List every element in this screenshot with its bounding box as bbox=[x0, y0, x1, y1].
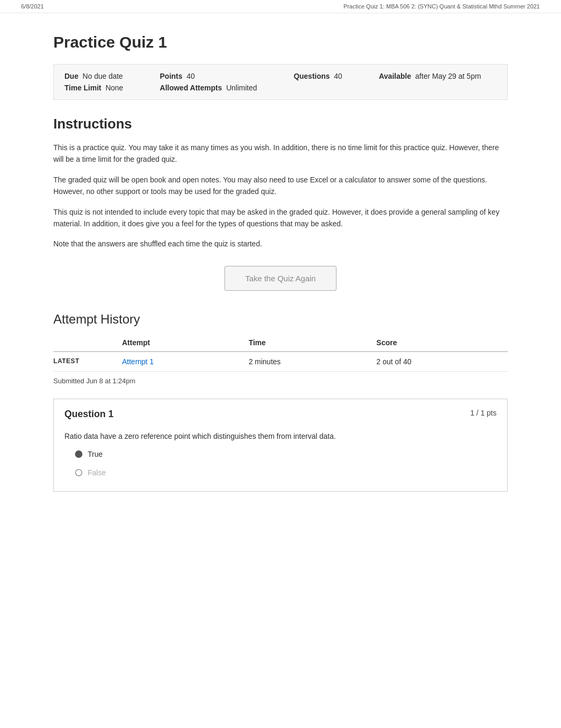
submitted-info: Submitted Jun 8 at 1:24pm bbox=[53, 372, 508, 393]
top-bar-course: Practice Quiz 1: MBA 506 2: (SYNC) Quant… bbox=[343, 3, 540, 10]
attempt-table-head: Attempt Time Score bbox=[53, 334, 508, 352]
radio-false-icon bbox=[75, 469, 82, 476]
col-time: Time bbox=[244, 334, 371, 352]
top-bar-date: 6/8/2021 bbox=[21, 3, 44, 10]
quiz-title: Practice Quiz 1 bbox=[53, 33, 508, 57]
instructions-p2: The graded quiz will be open book and op… bbox=[53, 174, 508, 198]
meta-questions-label: Questions bbox=[294, 72, 330, 80]
question-1-title: Question 1 bbox=[64, 409, 114, 420]
meta-due-value: No due date bbox=[82, 72, 123, 80]
meta-timelimit-value: None bbox=[106, 84, 123, 92]
meta-points-value: 40 bbox=[186, 72, 195, 80]
take-quiz-button[interactable]: Take the Quiz Again bbox=[225, 266, 336, 291]
meta-questions-value: 40 bbox=[334, 72, 342, 80]
col-score: Score bbox=[371, 334, 508, 352]
meta-points: Points 40 bbox=[160, 72, 273, 80]
meta-available-value: after May 29 at 5pm bbox=[415, 72, 481, 80]
attempt-history-title: Attempt History bbox=[53, 312, 508, 327]
table-row: LATEST Attempt 1 2 minutes 2 out of 40 bbox=[53, 352, 508, 372]
instructions-p1: This is a practice quiz. You may take it… bbox=[53, 142, 508, 165]
top-bar: 6/8/2021 Practice Quiz 1: MBA 506 2: (SY… bbox=[0, 0, 561, 13]
col-empty bbox=[53, 334, 117, 352]
meta-due-label: Due bbox=[64, 72, 78, 80]
attempt-table-header-row: Attempt Time Score bbox=[53, 334, 508, 352]
instructions-body: This is a practice quiz. You may take it… bbox=[53, 142, 508, 250]
attempt-row-attempt: Attempt 1 bbox=[117, 352, 244, 372]
answer-true-label: True bbox=[88, 448, 102, 460]
attempt-table: Attempt Time Score LATEST Attempt 1 2 mi… bbox=[53, 334, 508, 372]
col-attempt: Attempt bbox=[117, 334, 244, 352]
meta-due: Due No due date bbox=[64, 72, 139, 80]
question-1-block: Question 1 1 / 1 pts Ratio data have a z… bbox=[53, 399, 508, 492]
attempt-row-time: 2 minutes bbox=[244, 352, 371, 372]
attempt-1-link[interactable]: Attempt 1 bbox=[122, 357, 154, 366]
meta-attempts-value: Unlimited bbox=[226, 84, 257, 92]
question-1-pts: 1 / 1 pts bbox=[470, 409, 497, 417]
radio-true-icon bbox=[75, 450, 82, 458]
instructions-title: Instructions bbox=[53, 116, 508, 132]
attempt-row-score: 2 out of 40 bbox=[371, 352, 508, 372]
meta-attempts: Allowed Attempts Unlimited bbox=[160, 84, 273, 92]
question-1-body: Ratio data have a zero reference point w… bbox=[54, 425, 507, 491]
main-content: Practice Quiz 1 Due No due date Points 4… bbox=[32, 13, 529, 523]
answer-true[interactable]: True bbox=[75, 448, 497, 460]
instructions-p4: Note that the answers are shuffled each … bbox=[53, 238, 508, 250]
attempt-row-label: LATEST bbox=[53, 352, 117, 372]
meta-available: Available after May 29 at 5pm bbox=[379, 72, 497, 80]
meta-available-label: Available bbox=[379, 72, 411, 80]
instructions-p3: This quiz is not intended to include eve… bbox=[53, 206, 508, 230]
question-1-header: Question 1 1 / 1 pts bbox=[54, 399, 507, 425]
meta-timelimit: Time Limit None bbox=[64, 84, 139, 92]
meta-grid: Due No due date Points 40 Questions 40 A… bbox=[64, 72, 497, 92]
meta-points-label: Points bbox=[160, 72, 183, 80]
attempt-table-body: LATEST Attempt 1 2 minutes 2 out of 40 bbox=[53, 352, 508, 372]
answer-false[interactable]: False bbox=[75, 467, 497, 478]
meta-timelimit-label: Time Limit bbox=[64, 84, 101, 92]
take-quiz-btn-container: Take the Quiz Again bbox=[53, 266, 508, 291]
quiz-meta-box: Due No due date Points 40 Questions 40 A… bbox=[53, 64, 508, 100]
meta-attempts-label: Allowed Attempts bbox=[160, 84, 222, 92]
answer-false-label: False bbox=[88, 467, 106, 478]
question-1-text: Ratio data have a zero reference point w… bbox=[64, 430, 497, 442]
meta-questions: Questions 40 bbox=[294, 72, 358, 80]
